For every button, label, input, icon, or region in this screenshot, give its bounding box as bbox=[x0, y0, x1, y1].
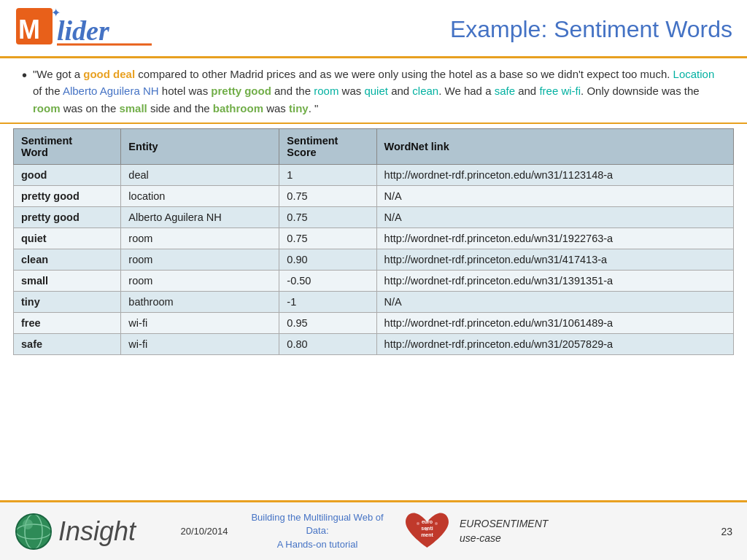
footer-euro-logo-area: euro senti ment bbox=[394, 508, 460, 555]
footer-subtitle-line2: A Hands-on tutorial bbox=[277, 539, 358, 550]
cell-sentiment-word: small bbox=[14, 270, 121, 291]
bullet-point: • "We got a good deal compared to other … bbox=[22, 66, 725, 117]
cell-score: 0.80 bbox=[279, 333, 376, 354]
cell-wordnet: http://wordnet-rdf.princeton.edu/wn31/19… bbox=[376, 228, 733, 249]
svg-point-11 bbox=[435, 522, 438, 525]
footer-subtitle-line1: Building the Multilingual Web of Data: bbox=[251, 512, 383, 536]
cell-score: 1 bbox=[279, 164, 376, 185]
svg-text:lider: lider bbox=[57, 15, 110, 46]
cell-sentiment-word: pretty good bbox=[14, 206, 121, 228]
eurosentiment-badge-icon: euro senti ment bbox=[400, 508, 454, 555]
svg-point-10 bbox=[417, 522, 419, 525]
cell-score: 0.75 bbox=[279, 228, 376, 249]
cell-entity: deal bbox=[121, 164, 279, 185]
mylider-logo: M ✦ lider bbox=[15, 7, 153, 50]
table-container: SentimentWord Entity SentimentScore Word… bbox=[0, 124, 747, 358]
svg-text:ment: ment bbox=[421, 532, 433, 537]
header: M ✦ lider Example: Sentiment Words bbox=[0, 0, 747, 58]
cell-wordnet: N/A bbox=[376, 291, 733, 312]
cell-score: 0.90 bbox=[279, 249, 376, 270]
footer-date: 20/10/2014 bbox=[168, 526, 241, 537]
svg-text:M: M bbox=[18, 15, 40, 44]
cell-entity: room bbox=[121, 228, 279, 249]
cell-sentiment-word: pretty good bbox=[14, 185, 121, 206]
cell-score: -0.50 bbox=[279, 270, 376, 291]
table-header-row: SentimentWord Entity SentimentScore Word… bbox=[14, 128, 734, 164]
footer-subtitle: Building the Multilingual Web of Data: A… bbox=[241, 511, 394, 551]
cell-wordnet: http://wordnet-rdf.princeton.edu/wn31/20… bbox=[376, 333, 733, 354]
table-row: quietroom0.75http://wordnet-rdf.princeto… bbox=[14, 228, 734, 249]
cell-wordnet: http://wordnet-rdf.princeton.edu/wn31/41… bbox=[376, 249, 733, 270]
footer: Insight 20/10/2014 Building the Multilin… bbox=[0, 500, 747, 560]
footer-insight-brand: Insight bbox=[15, 513, 168, 551]
cell-score: 0.75 bbox=[279, 206, 376, 228]
cell-sentiment-word: free bbox=[14, 312, 121, 333]
table-row: smallroom-0.50http://wordnet-rdf.princet… bbox=[14, 270, 734, 291]
table-row: gooddeal1http://wordnet-rdf.princeton.ed… bbox=[14, 164, 734, 185]
cell-entity: location bbox=[121, 185, 279, 206]
table-row: pretty goodAlberto Aguilera NH0.75N/A bbox=[14, 206, 734, 228]
col-header-entity: Entity bbox=[121, 128, 279, 164]
svg-point-9 bbox=[23, 519, 33, 529]
cell-wordnet: N/A bbox=[376, 206, 733, 228]
cell-entity: bathroom bbox=[121, 291, 279, 312]
logo-area: M ✦ lider bbox=[15, 7, 175, 53]
cell-sentiment-word: good bbox=[14, 164, 121, 185]
col-header-sentiment-score: SentimentScore bbox=[279, 128, 376, 164]
eurosentiment-line2: use-case bbox=[460, 532, 501, 544]
cell-wordnet: N/A bbox=[376, 185, 733, 206]
footer-page-number: 23 bbox=[576, 526, 732, 537]
cell-score: -1 bbox=[279, 291, 376, 312]
table-row: freewi-fi0.95http://wordnet-rdf.princeto… bbox=[14, 312, 734, 333]
cell-wordnet: http://wordnet-rdf.princeton.edu/wn31/10… bbox=[376, 312, 733, 333]
eurosentiment-line1: EUROSENTIMENT bbox=[460, 518, 548, 529]
quote-area: • "We got a good deal compared to other … bbox=[0, 58, 747, 124]
cell-entity: wi-fi bbox=[121, 333, 279, 354]
svg-text:senti: senti bbox=[421, 526, 433, 531]
cell-entity: wi-fi bbox=[121, 312, 279, 333]
title-area: Example: Sentiment Words bbox=[175, 16, 732, 43]
cell-score: 0.75 bbox=[279, 185, 376, 206]
cell-wordnet: http://wordnet-rdf.princeton.edu/wn31/11… bbox=[376, 164, 733, 185]
page-title: Example: Sentiment Words bbox=[175, 16, 732, 43]
cell-sentiment-word: tiny bbox=[14, 291, 121, 312]
table-row: pretty goodlocation0.75N/A bbox=[14, 185, 734, 206]
col-header-sentiment-word: SentimentWord bbox=[14, 128, 121, 164]
cell-sentiment-word: quiet bbox=[14, 228, 121, 249]
cell-entity: Alberto Aguilera NH bbox=[121, 206, 279, 228]
quote-text: "We got a good deal compared to other Ma… bbox=[33, 66, 725, 117]
table-row: tinybathroom-1N/A bbox=[14, 291, 734, 312]
col-header-wordnet-link: WordNet link bbox=[376, 128, 733, 164]
cell-wordnet: http://wordnet-rdf.princeton.edu/wn31/13… bbox=[376, 270, 733, 291]
cell-sentiment-word: clean bbox=[14, 249, 121, 270]
footer-eurosentiment-text: EUROSENTIMENT use-case bbox=[460, 517, 576, 545]
cell-score: 0.95 bbox=[279, 312, 376, 333]
insight-label: Insight bbox=[58, 516, 136, 547]
cell-entity: room bbox=[121, 249, 279, 270]
cell-sentiment-word: safe bbox=[14, 333, 121, 354]
svg-text:euro: euro bbox=[421, 519, 432, 524]
bullet-dot: • bbox=[22, 66, 27, 85]
insight-globe-icon bbox=[15, 513, 53, 551]
sentiment-table: SentimentWord Entity SentimentScore Word… bbox=[13, 128, 734, 355]
table-row: cleanroom0.90http://wordnet-rdf.princeto… bbox=[14, 249, 734, 270]
cell-entity: room bbox=[121, 270, 279, 291]
table-row: safewi-fi0.80http://wordnet-rdf.princeto… bbox=[14, 333, 734, 354]
